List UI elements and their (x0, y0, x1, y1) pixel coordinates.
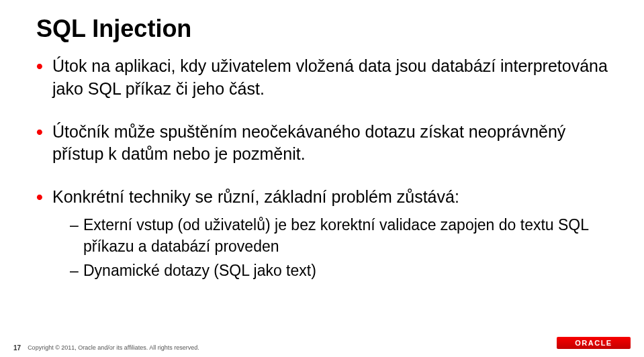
oracle-logo-text: ORACLE (575, 339, 612, 347)
bullet-item: Konkrétní techniky se různí, základní pr… (36, 186, 608, 281)
bullet-text: Konkrétní techniky se různí, základní pr… (52, 187, 459, 206)
main-bullet-list: Útok na aplikaci, kdy uživatelem vložená… (36, 55, 608, 281)
sub-bullet-item: Externí vstup (od uživatelů) je bez kore… (70, 214, 608, 257)
bullet-text: Útočník může spuštěním neočekávaného dot… (52, 122, 565, 164)
slide-footer: 17 Copyright © 2011, Oracle and/or its a… (13, 344, 199, 352)
sub-bullet-text: Dynamické dotazy (SQL jako text) (83, 262, 316, 279)
slide-container: SQL Injection Útok na aplikaci, kdy uživ… (0, 0, 644, 357)
page-number: 17 (13, 344, 21, 352)
oracle-logo: ORACLE (557, 337, 631, 349)
bullet-item: Útočník může spuštěním neočekávaného dot… (36, 121, 608, 166)
copyright-text: Copyright © 2011, Oracle and/or its affi… (28, 344, 199, 352)
oracle-logo-bg: ORACLE (557, 337, 631, 349)
slide-title: SQL Injection (36, 15, 608, 43)
sub-bullet-list: Externí vstup (od uživatelů) je bez kore… (52, 214, 608, 282)
bullet-item: Útok na aplikaci, kdy uživatelem vložená… (36, 55, 608, 101)
sub-bullet-item: Dynamické dotazy (SQL jako text) (70, 260, 608, 281)
sub-bullet-text: Externí vstup (od uživatelů) je bez kore… (83, 216, 588, 255)
bullet-text: Útok na aplikaci, kdy uživatelem vložená… (52, 56, 608, 98)
